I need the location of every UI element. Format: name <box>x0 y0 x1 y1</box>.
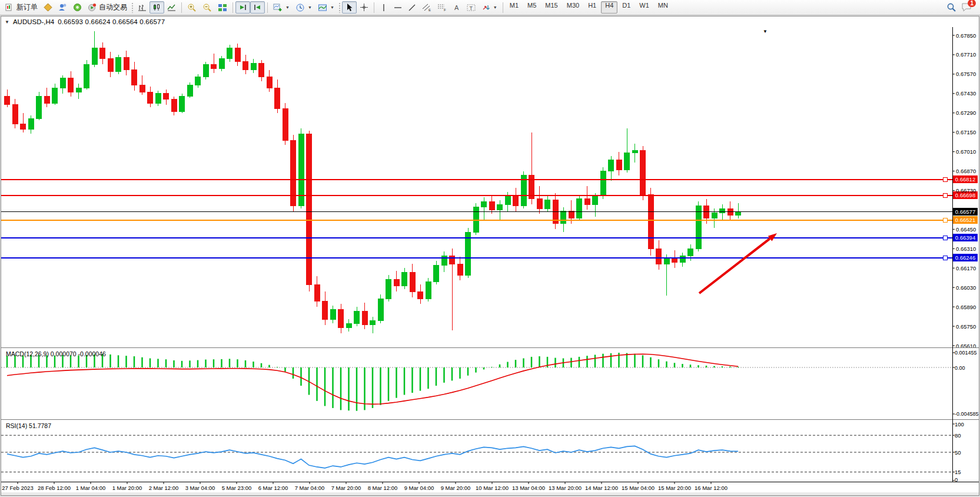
candlestick-chart-button[interactable] <box>150 1 164 14</box>
candle <box>116 55 121 74</box>
svg-text:E: E <box>428 8 431 12</box>
chart-ohlc-values: 0.66593 0.66624 0.66564 0.66577 <box>58 18 165 25</box>
horizontal-line-button[interactable] <box>391 1 405 14</box>
rsi-scale-label: 50 <box>955 449 961 456</box>
crosshair-button[interactable] <box>357 1 371 14</box>
new-order-button[interactable]: 新订单 <box>2 1 41 14</box>
candle <box>203 62 208 80</box>
timeframe-M15[interactable]: M15 <box>541 1 562 14</box>
price-badge-label: 0.66812 <box>955 176 975 183</box>
notifications-button[interactable]: 1 <box>961 2 972 12</box>
chevron-down-icon: ▼ <box>330 5 334 9</box>
chevron-down-icon: ▼ <box>493 5 497 9</box>
time-tick-label: 6 Mar 12:00 <box>258 485 288 491</box>
toolbar-separator <box>374 2 374 13</box>
cursor-icon <box>345 3 354 12</box>
line-handle[interactable] <box>943 256 947 260</box>
equidistant-channel-button[interactable]: E <box>419 1 434 14</box>
terminal-button[interactable] <box>70 1 85 14</box>
price-tick-label: 0.67710 <box>956 51 976 58</box>
chart-shift-button[interactable] <box>250 1 265 14</box>
fibonacci-icon: F <box>437 3 447 12</box>
price-tick-label: 0.67850 <box>956 32 976 39</box>
timeframe-D1[interactable]: D1 <box>618 1 634 14</box>
time-tick-label: 16 Mar 12:00 <box>695 485 727 491</box>
new-order-label: 新订单 <box>16 2 38 12</box>
time-tick-label: 9 Mar 04:00 <box>404 485 434 491</box>
text-icon: A <box>453 4 461 12</box>
toolbar-separator <box>232 2 233 13</box>
trendline-button[interactable] <box>405 1 419 14</box>
price-badge-label: 0.66521 <box>955 217 975 223</box>
price-badge-label: 0.66394 <box>955 234 975 241</box>
time-tick-label: 13 Mar 04:00 <box>512 485 545 491</box>
price-tick-label: 0.67430 <box>956 90 976 97</box>
market-watch-button[interactable] <box>41 1 55 14</box>
timeframe-M30[interactable]: M30 <box>563 1 583 14</box>
svg-text:F: F <box>444 8 446 12</box>
time-tick-label: 9 Mar 20:00 <box>441 485 471 491</box>
fibonacci-button[interactable]: F <box>434 1 450 14</box>
new-chart-button[interactable]: ▼ <box>270 1 293 14</box>
time-tick-label: 28 Feb 12:00 <box>38 485 71 491</box>
price-tick-label: 0.67010 <box>956 148 976 155</box>
line-handle[interactable] <box>943 193 947 197</box>
time-tick-label: 13 Mar 20:00 <box>549 485 582 491</box>
timeframe-W1[interactable]: W1 <box>635 1 653 14</box>
timeframe-M5[interactable]: M5 <box>523 1 540 14</box>
tile-windows-button[interactable] <box>215 1 230 14</box>
candle <box>307 131 312 291</box>
macd-scale-label: 0.00 <box>955 365 965 371</box>
timeframe-H4[interactable]: H4 <box>601 1 617 14</box>
svg-text:T: T <box>469 5 473 11</box>
candle <box>521 171 526 209</box>
price-badge-label: 0.66577 <box>955 208 975 215</box>
text-button[interactable]: A <box>450 1 464 14</box>
toolbar-grip <box>338 2 341 13</box>
time-tick-label: 10 Mar 12:00 <box>476 485 509 491</box>
chevron-down-icon: ▼ <box>308 5 312 9</box>
clock-icon <box>295 3 305 12</box>
timeframe-H1[interactable]: H1 <box>584 1 600 14</box>
chart-title-bar[interactable]: ▼ AUDUSD-,H4 0.66593 0.66624 0.66564 0.6… <box>1 16 979 27</box>
line-chart-button[interactable] <box>164 1 179 14</box>
search-icon[interactable] <box>946 2 956 12</box>
text-label-button[interactable]: T <box>464 1 479 14</box>
line-handle[interactable] <box>943 218 947 222</box>
macd-indicator-label: MACD(12,26,9) 0.000070 -0.000046 <box>6 350 106 357</box>
price-tick-label: 0.66450 <box>956 226 976 233</box>
toolbar-separator <box>503 2 503 13</box>
zoom-out-button[interactable] <box>200 1 215 14</box>
candle <box>283 103 288 145</box>
arrows-button[interactable]: ▼ <box>479 1 500 14</box>
candle <box>180 94 185 113</box>
template-button[interactable]: ▼ <box>315 1 337 14</box>
auto-scroll-button[interactable] <box>235 1 250 14</box>
price-tick-label: 0.65890 <box>956 304 976 310</box>
line-handle[interactable] <box>943 236 947 240</box>
autotrading-icon <box>88 3 97 12</box>
autotrading-button[interactable]: 自动交易 <box>85 1 130 14</box>
line-handle[interactable] <box>943 177 947 181</box>
candle <box>386 275 391 301</box>
candle <box>640 146 646 200</box>
toolbar-separator <box>267 2 268 13</box>
period-button[interactable]: ▼ <box>293 1 315 14</box>
time-tick-label: 15 Mar 04:00 <box>622 485 655 491</box>
chart-symbol-period: AUDUSD-,H4 <box>13 18 54 25</box>
new-order-icon <box>5 3 14 12</box>
price-badge-label: 0.66246 <box>955 254 975 261</box>
chevron-down-icon: ▼ <box>285 5 290 9</box>
line-chart-icon <box>167 3 176 12</box>
horizontal-line-icon <box>394 4 402 12</box>
navigator-button[interactable] <box>55 1 70 14</box>
price-tick-label: 0.67290 <box>956 110 976 116</box>
autotrading-label: 自动交易 <box>99 2 127 12</box>
time-tick-label: 14 Mar 12:00 <box>585 485 618 491</box>
timeframe-M1[interactable]: M1 <box>506 1 523 14</box>
bar-chart-button[interactable] <box>135 1 150 14</box>
zoom-in-button[interactable] <box>184 1 200 14</box>
cursor-button[interactable] <box>342 1 357 14</box>
timeframe-MN[interactable]: MN <box>654 1 672 14</box>
vertical-line-button[interactable] <box>377 1 391 14</box>
